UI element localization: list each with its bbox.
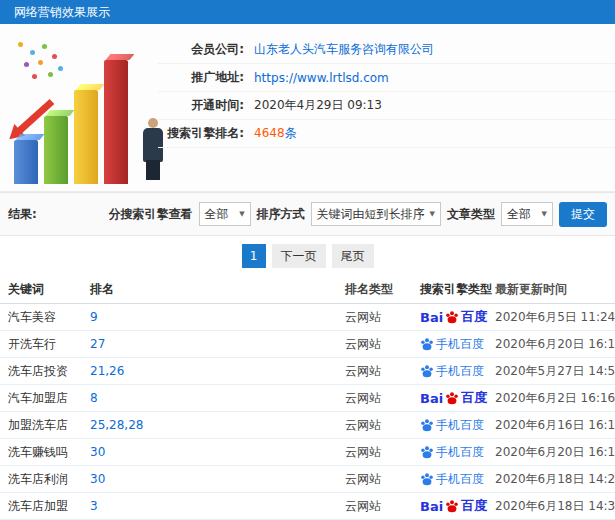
table-row: 洗车店加盟3云网站Bai百度2020年6月18日 14:30	[0, 493, 615, 520]
article-type-label: 文章类型	[447, 206, 495, 223]
info-field-row: 开通时间:2020年4月29日 09:13	[158, 92, 615, 120]
keyword-cell: 加盟洗车店	[8, 417, 90, 434]
info-field-row: 推广地址:https://www.lrtlsd.com	[158, 64, 615, 92]
bar-chart-illustration	[8, 34, 180, 184]
rank-type-cell: 云网站	[345, 309, 420, 326]
update-time-cell: 2020年6月5日 11:24	[495, 309, 615, 326]
company-info-fields: 会员公司:山东老人头汽车服务咨询有限公司推广地址:https://www.lrt…	[158, 36, 615, 148]
ranking-table: 关键词 排名 排名类型 搜索引擎类型 最新更新时间 汽车美容9云网站Bai百度2…	[0, 276, 615, 520]
table-row: 洗车店利润30云网站手机百度2020年6月18日 14:27	[0, 466, 615, 493]
engine-cell: 手机百度	[420, 363, 495, 380]
info-field-value: 4648条	[254, 125, 297, 142]
page-1-button[interactable]: 1	[242, 244, 266, 268]
baidu-logo-text: 百度	[461, 308, 487, 326]
info-field-label: 搜索引擎排名:	[158, 125, 244, 142]
baidu-logo-text: 百度	[461, 389, 487, 407]
article-type-select-value: 全部	[507, 206, 531, 223]
engine-cell: Bai百度	[420, 308, 495, 326]
figure-legs	[146, 160, 160, 180]
table-header: 关键词 排名 排名类型 搜索引擎类型 最新更新时间	[0, 276, 615, 304]
ranking-count: 4648	[254, 126, 285, 140]
engine-cell: 手机百度	[420, 444, 495, 461]
table-row: 洗车店投资21,26云网站手机百度2020年5月27日 14:58	[0, 358, 615, 385]
rank-link[interactable]: 8	[90, 391, 345, 405]
engine-cell: 手机百度	[420, 471, 495, 488]
engine-cell: Bai百度	[420, 497, 495, 515]
baidu-paw-icon	[445, 310, 459, 324]
bar-yellow	[74, 90, 98, 184]
baidu-paw-icon	[420, 418, 434, 432]
rank-link[interactable]: 21,26	[90, 364, 345, 378]
keyword-cell: 汽车美容	[8, 309, 90, 326]
keyword-cell: 洗车赚钱吗	[8, 444, 90, 461]
header-keyword: 关键词	[8, 281, 90, 298]
rank-link[interactable]: 27	[90, 337, 345, 351]
engine-cell: 手机百度	[420, 336, 495, 353]
ranking-count-unit: 条	[285, 126, 297, 140]
mobile-baidu-label: 手机百度	[436, 363, 484, 380]
mobile-baidu-label: 手机百度	[436, 336, 484, 353]
result-label: 结果:	[8, 206, 37, 223]
figure-head	[148, 118, 158, 128]
page-title: 网络营销效果展示	[14, 4, 110, 21]
update-time-cell: 2020年5月27日 14:58	[495, 363, 615, 380]
mobile-baidu-label: 手机百度	[436, 471, 484, 488]
baidu-paw-icon	[445, 391, 459, 405]
info-field-label: 推广地址:	[158, 69, 244, 86]
header-rank-type: 排名类型	[345, 281, 420, 298]
baidu-paw-icon	[420, 445, 434, 459]
rank-type-cell: 云网站	[345, 444, 420, 461]
engine-cell: Bai百度	[420, 389, 495, 407]
update-time-cell: 2020年6月2日 16:16	[495, 390, 615, 407]
bar-red	[104, 60, 128, 184]
keyword-cell: 洗车店利润	[8, 471, 90, 488]
header-update-time: 最新更新时间	[495, 281, 607, 298]
info-field-row: 会员公司:山东老人头汽车服务咨询有限公司	[158, 36, 615, 64]
sort-select[interactable]: 关键词由短到长排序 ▼	[311, 202, 441, 226]
baidu-logo-text: Bai	[420, 310, 443, 325]
bar-blue	[14, 140, 38, 184]
last-page-button[interactable]: 尾页	[332, 244, 374, 268]
info-field-link[interactable]: 山东老人头汽车服务咨询有限公司	[254, 42, 434, 56]
engine-select[interactable]: 全部 ▼	[199, 202, 251, 226]
article-type-select[interactable]: 全部 ▼	[501, 202, 553, 226]
rank-type-cell: 云网站	[345, 363, 420, 380]
rank-link[interactable]: 30	[90, 445, 345, 459]
rank-type-cell: 云网站	[345, 336, 420, 353]
update-time-cell: 2020年6月20日 16:16	[495, 336, 615, 353]
title-bar: 网络营销效果展示	[0, 0, 615, 24]
chevron-down-icon: ▼	[430, 210, 435, 218]
keyword-cell: 洗车店投资	[8, 363, 90, 380]
table-row: 汽车加盟店8云网站Bai百度2020年6月2日 16:16	[0, 385, 615, 412]
keyword-cell: 汽车加盟店	[8, 390, 90, 407]
mobile-baidu-label: 手机百度	[436, 417, 484, 434]
table-body: 汽车美容9云网站Bai百度2020年6月5日 11:24开洗车行27云网站手机百…	[0, 304, 615, 520]
submit-button[interactable]: 提交	[559, 202, 607, 227]
rank-link[interactable]: 9	[90, 310, 345, 324]
pagination: 1 下一页 尾页	[0, 236, 615, 276]
update-time-cell: 2020年6月18日 14:30	[495, 498, 615, 515]
rank-type-cell: 云网站	[345, 390, 420, 407]
baidu-logo-text: Bai	[420, 391, 443, 406]
mobile-baidu-label: 手机百度	[436, 444, 484, 461]
table-row: 加盟洗车店25,28,28云网站手机百度2020年6月16日 16:11	[0, 412, 615, 439]
baidu-paw-icon	[445, 499, 459, 513]
header-engine-type: 搜索引擎类型	[420, 281, 495, 298]
rank-link[interactable]: 3	[90, 499, 345, 513]
info-field-value: https://www.lrtlsd.com	[254, 71, 389, 85]
bar-green	[44, 116, 68, 184]
baidu-paw-icon	[420, 364, 434, 378]
engine-select-value: 全部	[205, 206, 229, 223]
filter-controls: 分搜索引擎查看 全部 ▼ 排序方式 关键词由短到长排序 ▼ 文章类型 全部 ▼ …	[109, 202, 607, 227]
chevron-down-icon: ▼	[239, 210, 244, 218]
baidu-logo-text: Bai	[420, 499, 443, 514]
next-page-button[interactable]: 下一页	[272, 244, 326, 268]
info-panel: 会员公司:山东老人头汽车服务咨询有限公司推广地址:https://www.lrt…	[0, 24, 615, 192]
rank-link[interactable]: 25,28,28	[90, 418, 345, 432]
info-field-link[interactable]: https://www.lrtlsd.com	[254, 71, 389, 85]
baidu-paw-icon	[420, 337, 434, 351]
rank-link[interactable]: 30	[90, 472, 345, 486]
table-row: 洗车赚钱吗30云网站手机百度2020年6月20日 16:13	[0, 439, 615, 466]
sort-select-value: 关键词由短到长排序	[317, 206, 425, 223]
baidu-paw-icon	[420, 472, 434, 486]
